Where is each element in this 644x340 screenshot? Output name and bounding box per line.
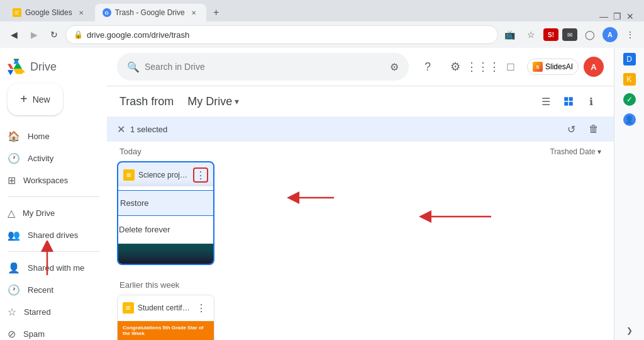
svg-rect-8 xyxy=(126,176,131,177)
profile-avatar[interactable]: A xyxy=(602,27,618,42)
panel-icon-keep[interactable]: K xyxy=(623,73,636,86)
sidebar-item-recent-label: Recent xyxy=(28,285,53,295)
sidebar: Drive + New 🏠 Home 🕐 Activity ⊞ Workspac… xyxy=(0,48,107,340)
file-card-science-header: Science project ⋮ xyxy=(118,162,213,188)
selection-count: 1 selected xyxy=(130,125,556,134)
file-card-student-cert[interactable]: Student certific... ⋮ Congratulations 5t… xyxy=(117,295,214,340)
panel-expand-button[interactable]: ❯ xyxy=(626,326,633,335)
new-tab-button[interactable]: + xyxy=(208,4,225,21)
sidebar-item-starred-label: Starred xyxy=(24,307,51,317)
sidebar-item-recent[interactable]: 🕐 Recent xyxy=(0,279,102,301)
tab-drive-close[interactable]: ✕ xyxy=(189,8,199,18)
back-button[interactable]: ◀ xyxy=(5,26,23,43)
context-menu-restore[interactable]: ↺ Restore xyxy=(117,190,214,216)
ext-icon-2[interactable]: ✉ xyxy=(562,28,577,41)
maximize-button[interactable]: ❐ xyxy=(613,11,621,21)
file-card-cert-name: Student certific... xyxy=(138,303,190,312)
list-view-button[interactable]: ☰ xyxy=(536,91,556,111)
right-panel: D K ✓ 👤 ❯ xyxy=(614,48,644,340)
tab-slides[interactable]: Google Slides ✕ xyxy=(5,4,94,21)
account-button[interactable]: □ xyxy=(499,55,522,78)
search-input[interactable] xyxy=(145,62,385,72)
sidebar-item-home-label: Home xyxy=(28,132,50,141)
my-drive-label: My Drive xyxy=(187,95,232,108)
help-button[interactable]: ? xyxy=(416,55,439,78)
restore-selected-button[interactable]: ↺ xyxy=(561,119,581,139)
recent-icon: 🕐 xyxy=(8,284,20,296)
sidebar-item-shared-drives[interactable]: 👥 Shared drives xyxy=(0,224,102,246)
svg-rect-14 xyxy=(126,309,130,310)
tab-drive-title: Trash - Google Drive xyxy=(115,8,185,17)
tab-slides-title: Google Slides xyxy=(25,8,72,17)
shared-drives-icon: 👥 xyxy=(8,229,20,241)
settings-button[interactable]: ⚙ xyxy=(444,55,467,78)
file-grid-earlier: Student certific... ⋮ Congratulations 5t… xyxy=(117,295,604,340)
address-text: drive.google.com/drive/trash xyxy=(87,30,189,40)
drive-logo-icon xyxy=(8,58,25,76)
dropdown-arrow-icon: ▾ xyxy=(235,96,239,106)
sidebar-item-my-drive[interactable]: △ My Drive xyxy=(0,202,102,224)
reload-button[interactable]: ↻ xyxy=(45,26,63,43)
sidebar-item-spam-label: Spam xyxy=(23,329,45,339)
delete-selected-button[interactable]: 🗑 xyxy=(584,119,604,139)
sidebar-item-workspaces[interactable]: ⊞ Workspaces xyxy=(0,169,102,191)
my-drive-dropdown[interactable]: My Drive ▾ xyxy=(187,95,239,108)
slides-cert-icon xyxy=(123,302,134,314)
sidebar-item-home[interactable]: 🏠 Home xyxy=(0,125,102,147)
new-button[interactable]: + New xyxy=(8,83,63,115)
tab-slides-close[interactable]: ✕ xyxy=(76,8,86,18)
more-button[interactable]: ⋮ xyxy=(621,26,639,43)
selection-close-button[interactable]: ✕ xyxy=(117,123,125,135)
user-avatar[interactable]: A xyxy=(584,57,604,77)
context-menu: ↺ Restore 🗑 Delete forever xyxy=(117,186,214,244)
bookmark-button[interactable]: ☆ xyxy=(522,26,540,43)
ext-icon-3[interactable]: ◯ xyxy=(581,26,599,43)
apps-button[interactable]: ⋮⋮⋮ xyxy=(472,55,494,78)
svg-rect-3 xyxy=(15,14,19,14)
file-more-button-cert[interactable]: ⋮ xyxy=(194,300,209,315)
delete-forever-label: Delete forever xyxy=(119,225,170,234)
file-grid-today: Science project ⋮ Density Experiment By … xyxy=(117,161,604,270)
sidebar-item-spam[interactable]: ⊘ Spam xyxy=(0,323,102,340)
shared-with-me-icon: 👤 xyxy=(8,262,20,274)
spam-icon: ⊘ xyxy=(8,328,16,340)
file-card-science-project[interactable]: Science project ⋮ Density Experiment By … xyxy=(117,161,214,265)
sidebar-item-shared-drives-label: Shared drives xyxy=(28,230,78,240)
svg-rect-1 xyxy=(15,11,19,12)
starred-icon: ☆ xyxy=(8,306,16,318)
drive-header: 🔍 ⚙ ? ⚙ ⋮⋮⋮ □ S SlidesAI A xyxy=(107,48,614,86)
sidebar-item-activity[interactable]: 🕐 Activity xyxy=(0,147,102,169)
slides-ai-button[interactable]: S SlidesAI xyxy=(527,59,579,75)
section-today-title: Today xyxy=(119,147,142,156)
cast-button[interactable]: 📺 xyxy=(501,26,518,43)
panel-icon-docs[interactable]: D xyxy=(623,53,636,65)
svg-rect-12 xyxy=(126,307,131,307)
section-sort-label[interactable]: Trashed Date ▾ xyxy=(550,147,601,156)
sidebar-item-shared-with-me[interactable]: 👤 Shared with me xyxy=(0,257,102,279)
slides-ai-logo: S xyxy=(533,62,543,72)
address-bar[interactable]: 🔒 drive.google.com/drive/trash xyxy=(65,25,498,44)
search-bar[interactable]: 🔍 ⚙ xyxy=(117,53,409,81)
panel-icon-tasks[interactable]: ✓ xyxy=(623,93,636,106)
forward-button[interactable]: ▶ xyxy=(25,26,43,43)
cert-header-text: Congratulations 5th Grade Star of the We… xyxy=(123,325,209,336)
info-button[interactable]: ℹ xyxy=(581,91,601,111)
new-plus-icon: + xyxy=(20,92,28,106)
panel-icon-contacts[interactable]: 👤 xyxy=(623,113,636,126)
sidebar-item-starred[interactable]: ☆ Starred xyxy=(0,301,102,323)
svg-rect-7 xyxy=(126,175,130,176)
sidebar-item-shared-with-me-label: Shared with me xyxy=(28,263,84,273)
sidebar-divider-1 xyxy=(8,196,99,197)
close-button[interactable]: ✕ xyxy=(626,11,634,21)
search-options-icon[interactable]: ⚙ xyxy=(390,61,399,73)
file-preview-cert: Congratulations 5th Grade Star of the We… xyxy=(118,321,214,340)
minimize-button[interactable]: — xyxy=(599,11,608,21)
context-menu-delete-forever[interactable]: 🗑 Delete forever xyxy=(117,217,214,241)
grid-view-button[interactable] xyxy=(558,91,579,111)
home-icon: 🏠 xyxy=(8,130,20,142)
ext-icon-1[interactable]: S! xyxy=(543,28,558,41)
tab-drive[interactable]: G Trash - Google Drive ✕ xyxy=(95,4,206,21)
file-more-button-science[interactable]: ⋮ xyxy=(193,167,208,183)
slides-ai-label: SlidesAI xyxy=(545,62,573,71)
sidebar-item-my-drive-label: My Drive xyxy=(23,208,55,218)
